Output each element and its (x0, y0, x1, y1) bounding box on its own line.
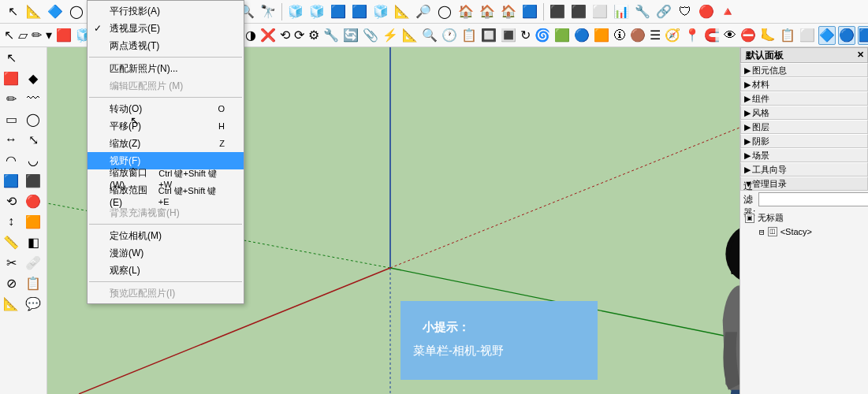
toolbar-button[interactable]: 🏠 (456, 2, 475, 21)
panel-section[interactable]: ▶工具向导 (740, 162, 868, 177)
toolbar-button[interactable]: 🟥 (55, 26, 73, 45)
toolbar-button[interactable]: ◑ (244, 26, 257, 45)
toolbar-button[interactable]: ❌ (259, 26, 277, 45)
toolbar-button[interactable]: 🔷 (46, 2, 65, 21)
menu-item[interactable]: 平移(P)H (88, 117, 244, 135)
panel-section[interactable]: ▶图层 (740, 120, 868, 134)
toolbox-button[interactable]: 🩹 (22, 252, 44, 273)
toolbox-button[interactable]: 📏 (0, 232, 22, 252)
toolbar-button[interactable]: 🔗 (654, 2, 673, 21)
toolbar-button[interactable]: ✏ (31, 26, 43, 45)
toolbar-button[interactable]: 🔳 (500, 26, 517, 45)
toolbar-button[interactable]: ⚡ (382, 26, 399, 45)
toolbar-button[interactable]: ↻ (520, 26, 531, 45)
toolbox-button[interactable]: 📐 (0, 293, 22, 314)
toolbar-button[interactable]: 🟦 (350, 2, 369, 21)
toolbar-button[interactable]: 🟩 (553, 26, 571, 45)
toolbar-button[interactable]: ↖ (3, 26, 15, 45)
tree-expand-icon[interactable]: ⊟ (759, 225, 765, 240)
toolbox-button[interactable]: 〰 (22, 88, 44, 109)
panel-section[interactable]: ▼管理目录 (740, 177, 868, 191)
filter-input[interactable] (758, 192, 868, 206)
toolbar-button[interactable]: 🔧 (322, 26, 340, 45)
toolbox-button[interactable]: ⟲ (0, 191, 22, 211)
menu-item[interactable]: 漫游(W) (88, 244, 244, 262)
toolbox-button[interactable]: 🟧 (22, 211, 44, 232)
toolbox-button[interactable]: ↖ (0, 47, 22, 68)
toolbar-button[interactable]: 🔍 (421, 26, 438, 45)
toolbox-button[interactable]: 🟦 (0, 170, 22, 191)
outliner-tree[interactable]: ▣ 无标题 ⊟ ◫ <Stacy> (740, 208, 868, 242)
toolbar-button[interactable]: 🟦 (520, 2, 539, 21)
panel-section[interactable]: ▶图元信息 (740, 63, 868, 77)
menu-item[interactable]: 平行投影(A) (88, 2, 244, 20)
toolbar-button[interactable]: ◯ (67, 2, 86, 21)
toolbar-button[interactable]: 🌀 (534, 26, 551, 45)
toolbar-button[interactable]: 📐 (401, 26, 419, 45)
toolbar-button[interactable]: 🧲 (703, 26, 721, 45)
toolbox-button[interactable]: 🟥 (0, 68, 22, 88)
panel-section[interactable]: ▶阴影 (740, 134, 868, 148)
menu-item[interactable]: 缩放(Z)Z (88, 135, 244, 152)
toolbar-button[interactable]: 🔵 (838, 26, 855, 45)
toolbar-button[interactable]: ⬜ (590, 2, 609, 21)
toolbar-button[interactable]: 🔷 (818, 26, 836, 45)
toolbar-button[interactable]: ▱ (17, 26, 28, 45)
menu-item[interactable]: ✓透视显示(E) (88, 20, 244, 37)
tree-root[interactable]: ▣ 无标题 (745, 211, 863, 225)
panel-section[interactable]: ▶组件 (740, 91, 868, 106)
toolbox-button[interactable]: ◠ (0, 150, 22, 170)
toolbar-button[interactable]: 📐 (393, 2, 412, 21)
toolbox-button[interactable]: ✏ (0, 88, 22, 109)
toolbar-button[interactable]: ⬛ (569, 2, 588, 21)
menu-item[interactable]: 观察(L) (88, 262, 244, 279)
toolbox-button[interactable]: ▭ (0, 109, 22, 129)
toolbar-button[interactable]: 🟦 (329, 2, 348, 21)
panel-section[interactable]: ▶场景 (740, 148, 868, 162)
toolbar-button[interactable]: 🔲 (480, 26, 497, 45)
toolbar-button[interactable]: ⚙ (307, 26, 320, 45)
toolbox-button[interactable]: 📋 (22, 273, 44, 293)
toolbar-button[interactable]: 📐 (24, 2, 43, 21)
toolbar-button[interactable]: ⟳ (293, 26, 305, 45)
toolbar-button[interactable]: 📍 (684, 26, 701, 45)
toolbar-button[interactable]: ⬜ (799, 26, 816, 45)
toolbox-button[interactable]: 💬 (22, 293, 44, 314)
toolbar-button[interactable]: 🔴 (697, 2, 716, 21)
panel-section[interactable]: ▶材料 (740, 77, 868, 91)
menu-item[interactable]: 定位相机(M) (88, 227, 244, 244)
toolbar-button[interactable]: 🔎 (414, 2, 433, 21)
toolbar-button[interactable]: ⬛ (548, 2, 567, 21)
menu-item[interactable]: 两点透视(T) (88, 37, 244, 54)
toolbar-button[interactable]: 🔧 (633, 2, 652, 21)
toolbox-button[interactable]: ◯ (22, 109, 44, 129)
toolbar-button[interactable]: 🛈 (613, 26, 627, 45)
tray-close-icon[interactable]: ✕ (857, 50, 864, 60)
toolbar-button[interactable]: ▾ (45, 26, 53, 45)
toolbar-button[interactable]: 🏠 (478, 2, 497, 21)
toolbar-button[interactable]: 📋 (779, 26, 796, 45)
toolbar-button[interactable]: ↖ (3, 2, 22, 21)
toolbar-button[interactable]: 🏠 (499, 2, 518, 21)
toolbar-button[interactable]: 🟧 (593, 26, 610, 45)
toolbox-button[interactable]: 🔴 (22, 191, 44, 211)
toolbar-button[interactable]: 📋 (460, 26, 478, 45)
toolbox-button[interactable]: ◡ (22, 150, 44, 170)
toolbox-button[interactable]: ↕ (0, 211, 22, 232)
toolbar-button[interactable]: 📎 (362, 26, 379, 45)
menu-item[interactable]: 缩放范围(E)Ctrl 键+Shift 键+E (88, 187, 244, 204)
toolbox-button[interactable]: ◆ (22, 68, 44, 88)
toolbar-button[interactable]: ☰ (649, 26, 661, 45)
toolbar-button[interactable]: 👁 (723, 26, 737, 45)
toolbox-button[interactable]: ◧ (22, 232, 44, 252)
toolbar-button[interactable]: 🧊 (286, 2, 305, 21)
toolbar-button[interactable]: 🧭 (664, 26, 681, 45)
toolbar-button[interactable]: 📊 (612, 2, 631, 21)
toolbar-button[interactable]: 🔭 (259, 2, 278, 21)
panel-section[interactable]: ▶风格 (740, 106, 868, 120)
toolbar-button[interactable]: 🕐 (441, 26, 458, 45)
toolbar-button[interactable]: 🧊 (307, 2, 326, 21)
toolbar-button[interactable]: 🔄 (342, 26, 359, 45)
toolbox-button[interactable]: ✂ (0, 252, 22, 273)
toolbar-button[interactable]: 🔺 (718, 2, 737, 21)
